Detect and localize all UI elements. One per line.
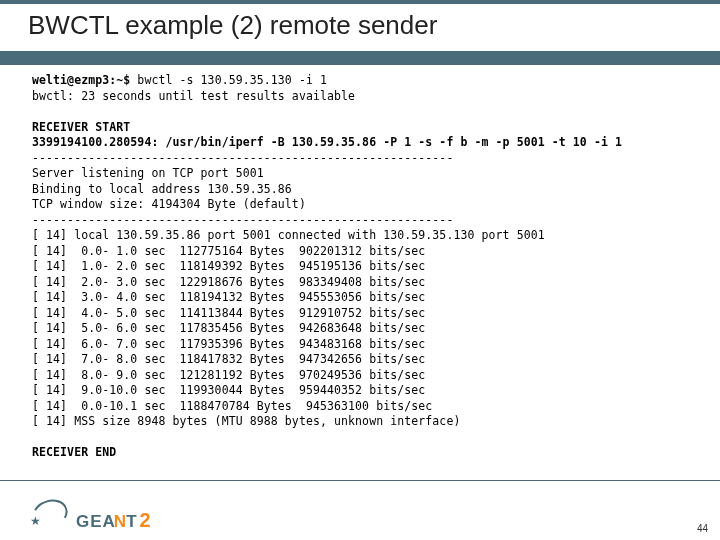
conn-line: [ 14] local 130.59.35.86 port 5001 conne… [32,228,545,242]
page-number: 44 [697,523,708,534]
data-row: [ 14] 0.0-10.1 sec 1188470784 Bytes 9453… [32,399,432,413]
logo-text: GEANT2 [76,509,151,532]
binding: Binding to local address 130.59.35.86 [32,182,292,196]
slide-title: BWCTL example (2) remote sender [28,10,720,41]
logo-t: T [126,512,137,532]
data-row: [ 14] 5.0- 6.0 sec 117835456 Bytes 94268… [32,321,425,335]
cmd-prompt: welti@ezmp3:~$ [32,73,130,87]
logo-gea: GEA [76,512,116,532]
mss-line: [ 14] MSS size 8948 bytes (MTU 8988 byte… [32,414,460,428]
geant-logo: ★ GEANT2 [30,498,151,532]
tcp-window: TCP window size: 4194304 Byte (default) [32,197,306,211]
terminal-output: welti@ezmp3:~$ bwctl -s 130.59.35.130 -i… [0,65,720,461]
data-row: [ 14] 3.0- 4.0 sec 118194132 Bytes 94555… [32,290,425,304]
star-icon: ★ [30,514,41,528]
wait-line: bwctl: 23 seconds until test results ava… [32,89,355,103]
header-line: 3399194100.280594: /usr/bin/iperf -B 130… [32,135,622,149]
data-row: [ 14] 8.0- 9.0 sec 121281192 Bytes 97024… [32,368,425,382]
recv-end: RECEIVER END [32,445,116,459]
data-row: [ 14] 7.0- 8.0 sec 118417832 Bytes 94734… [32,352,425,366]
logo-mark-icon: ★ [30,498,72,532]
data-row: [ 14] 9.0-10.0 sec 119930044 Bytes 95944… [32,383,425,397]
data-row: [ 14] 1.0- 2.0 sec 118149392 Bytes 94519… [32,259,425,273]
logo-n: N [114,512,126,532]
footer: ★ GEANT2 44 [0,480,720,540]
data-row: [ 14] 6.0- 7.0 sec 117935396 Bytes 94348… [32,337,425,351]
dash-line: ----------------------------------------… [32,151,453,165]
logo-2: 2 [140,509,151,532]
data-row: [ 14] 4.0- 5.0 sec 114113844 Bytes 91291… [32,306,425,320]
dash-line: ----------------------------------------… [32,213,453,227]
cmd-text: bwctl -s 130.59.35.130 -i 1 [130,73,327,87]
recv-start: RECEIVER START [32,120,130,134]
data-row: [ 14] 0.0- 1.0 sec 112775164 Bytes 90220… [32,244,425,258]
title-bar: BWCTL example (2) remote sender [0,0,720,65]
server-listen: Server listening on TCP port 5001 [32,166,264,180]
data-row: [ 14] 2.0- 3.0 sec 122918676 Bytes 98334… [32,275,425,289]
